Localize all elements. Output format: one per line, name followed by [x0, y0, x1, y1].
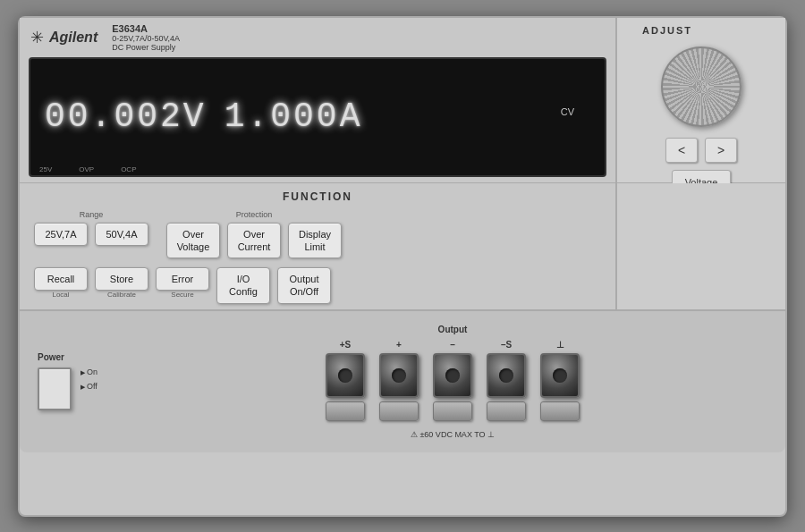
terminal-plus: +	[379, 340, 419, 421]
terminal-minus-body[interactable]	[433, 353, 472, 398]
arrow-left-button[interactable]: <	[665, 138, 698, 163]
terminal-plus-s-nut[interactable]	[326, 401, 365, 421]
display-panel: 00.002V 1.000A CV 25V OVP OCP	[29, 57, 606, 177]
terminal-plus-s-label: +S	[340, 340, 352, 350]
output-onoff-button[interactable]: OutputOn/Off	[277, 267, 331, 304]
recall-group: Recall Local	[34, 267, 88, 299]
terminal-plus-nut[interactable]	[379, 401, 419, 421]
io-config-group: I/OConfig	[216, 267, 270, 304]
arrow-buttons: < >	[665, 138, 737, 163]
header-bar: ✳ Agilent E3634A 0-25V,7A/0-50V,4A DC Po…	[20, 18, 615, 57]
terminals-row: +S + – –S	[326, 340, 580, 421]
display-readings: 00.002V 1.000A CV	[45, 97, 590, 136]
output-area: Output +S + – –S	[326, 325, 580, 439]
voltage-display: 00.002V	[45, 97, 207, 136]
second-function-row: Recall Local Store Calibrate Error Secur…	[34, 267, 601, 304]
terminal-plus-s: +S	[326, 340, 365, 421]
label-ovp: OVP	[79, 165, 94, 173]
logo-star-icon: ✳	[30, 28, 44, 47]
recall-button[interactable]: Recall	[34, 267, 88, 291]
arrow-right-button[interactable]: >	[705, 138, 737, 163]
terminal-minus-s: –S	[487, 340, 526, 421]
over-voltage-button[interactable]: OverVoltage	[166, 223, 220, 259]
secure-sublabel: Secure	[171, 291, 193, 299]
calibrate-sublabel: Calibrate	[107, 291, 136, 299]
output-title: Output	[438, 325, 468, 334]
brand-name: Agilent	[49, 30, 97, 46]
terminal-plus-label: +	[396, 340, 402, 350]
func-row2: Recall Local Store Calibrate Error Secur…	[34, 267, 601, 304]
power-label: Power	[38, 352, 97, 362]
terminal-ground-nut[interactable]	[540, 401, 580, 421]
store-button[interactable]: Store	[95, 267, 148, 291]
power-labels: On Off	[80, 367, 97, 391]
power-on-label: On	[80, 367, 97, 376]
error-button[interactable]: Error	[156, 267, 209, 291]
brand-logo: ✳ Agilent	[30, 28, 97, 47]
io-config-button[interactable]: I/OConfig	[216, 267, 270, 304]
terminal-minus-nut[interactable]	[433, 401, 472, 421]
terminal-ground-label: ⊥	[556, 340, 564, 350]
left-area: ✳ Agilent E3634A 0-25V,7A/0-50V,4A DC Po…	[20, 18, 615, 182]
model-spec-line2: DC Power Supply	[112, 43, 180, 52]
over-current-button[interactable]: OverCurrent	[227, 223, 281, 259]
adjust-section: ADJUST < > VoltageCurrent	[615, 18, 785, 182]
terminal-minus-s-nut[interactable]	[487, 401, 526, 421]
protection-label: Protection	[166, 210, 342, 219]
range-label: Range	[34, 210, 148, 219]
function-section: FUNCTION Range 25V,7A 50V,4A Protection …	[20, 183, 615, 309]
warning-text: ⚠ ±60 VDC MAX TO ⊥	[411, 430, 495, 439]
local-sublabel: Local	[52, 291, 69, 299]
label-25v: 25V	[39, 165, 52, 173]
protection-buttons: OverVoltage OverCurrent DisplayLimit	[166, 223, 342, 259]
current-display: 1.000A	[225, 97, 363, 136]
terminal-minus-label: –	[450, 340, 455, 350]
adjust-title: ADJUST	[624, 25, 692, 36]
model-spec-line1: 0-25V,7A/0-50V,4A	[112, 34, 180, 43]
model-info: E3634A 0-25V,7A/0-50V,4A DC Power Supply	[112, 23, 180, 52]
terminal-minus-s-body[interactable]	[487, 353, 526, 398]
knob-ring	[663, 48, 740, 125]
range-50v4a-button[interactable]: 50V,4A	[95, 223, 148, 246]
range-protection-row: Range 25V,7A 50V,4A Protection OverVolta…	[34, 210, 601, 259]
display-limit-button[interactable]: DisplayLimit	[288, 223, 342, 259]
model-number: E3634A	[112, 23, 180, 34]
error-group: Error Secure	[156, 267, 209, 299]
terminal-ground-body[interactable]	[540, 353, 580, 398]
power-off-label: Off	[80, 382, 97, 391]
terminal-minus-s-label: –S	[501, 340, 512, 350]
device-chassis: ✳ Agilent E3634A 0-25V,7A/0-50V,4A DC Po…	[18, 16, 787, 517]
terminal-ground: ⊥	[540, 340, 580, 421]
power-area: Power On Off	[38, 352, 97, 410]
adjust-knob[interactable]	[661, 46, 741, 127]
terminal-plus-body[interactable]	[379, 353, 419, 398]
terminal-plus-s-body[interactable]	[326, 353, 365, 398]
store-group: Store Calibrate	[95, 267, 148, 299]
knob-body[interactable]	[661, 46, 741, 127]
terminal-minus: –	[433, 340, 472, 421]
middle-content: FUNCTION Range 25V,7A 50V,4A Protection …	[20, 183, 785, 309]
bottom-section: Power On Off Output +S +	[20, 309, 785, 452]
power-switch-container: On Off	[38, 367, 97, 410]
protection-group: Protection OverVoltage OverCurrent Displ…	[166, 210, 342, 259]
function-title: FUNCTION	[34, 190, 601, 203]
range-25v7a-button[interactable]: 25V,7A	[34, 223, 88, 246]
label-ocp: OCP	[121, 165, 136, 173]
output-onoff-group: OutputOn/Off	[277, 267, 331, 304]
range-buttons: 25V,7A 50V,4A	[34, 223, 148, 246]
power-switch[interactable]	[38, 367, 72, 410]
range-group: Range 25V,7A 50V,4A	[34, 210, 148, 259]
adjust-lower	[615, 183, 785, 309]
display-bottom-labels: 25V OVP OCP	[30, 165, 605, 173]
top-section: ✳ Agilent E3634A 0-25V,7A/0-50V,4A DC Po…	[20, 18, 785, 183]
cv-label: CV	[561, 106, 574, 117]
